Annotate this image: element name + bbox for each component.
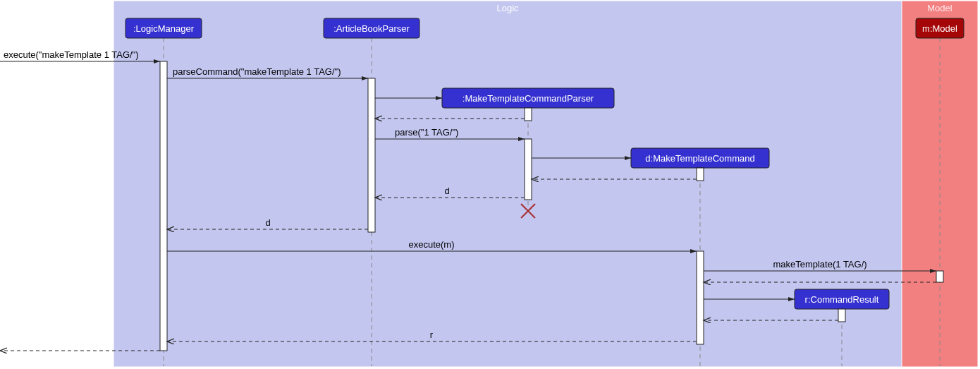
frame-model-label: Model <box>927 3 953 13</box>
participant-model: m:Model <box>916 18 964 38</box>
participant-cr: r:CommandResult <box>795 289 889 309</box>
msg-parsecommand-label: parseCommand("makeTemplate 1 TAG/") <box>173 66 341 77</box>
participant-logicmanager: :LogicManager <box>125 18 202 38</box>
participant-mtc-label: d:MakeTemplateCommand <box>645 153 754 164</box>
msg-return-d1-label: d <box>444 186 449 196</box>
msg-execute-m-label: execute(m) <box>408 239 454 250</box>
activation-model <box>936 271 943 282</box>
activation-mtc2 <box>697 251 704 344</box>
participant-logicmanager-label: :LogicManager <box>133 23 195 34</box>
participant-articlebookparser-label: :ArticleBookParser <box>333 23 410 34</box>
msg-parse-label: parse("1 TAG/") <box>395 127 458 138</box>
participant-articlebookparser: :ArticleBookParser <box>324 18 419 38</box>
msg-return-r-label: r <box>430 329 434 340</box>
activation-mtcp1 <box>525 108 532 121</box>
activation-cr <box>838 309 845 322</box>
participant-mtc: d:MakeTemplateCommand <box>631 148 769 168</box>
participant-mtcp-label: :MakeTemplateCommandParser <box>463 93 594 104</box>
participant-cr-label: r:CommandResult <box>805 294 879 305</box>
frame-logic-label: Logic <box>496 3 519 13</box>
participant-model-label: m:Model <box>922 23 957 34</box>
msg-execute-label: execute("makeTemplate 1 TAG/") <box>4 49 139 60</box>
activation-mtcp2 <box>525 139 532 200</box>
activation-abp <box>368 78 375 232</box>
msg-return-d2-label: d <box>265 217 270 228</box>
activation-mtc1 <box>697 168 704 181</box>
msg-maketemplate-label: makeTemplate(1 TAG/) <box>773 259 866 270</box>
activation-lm <box>160 61 167 351</box>
participant-mtcp: :MakeTemplateCommandParser <box>442 88 614 108</box>
frame-logic <box>114 1 901 366</box>
